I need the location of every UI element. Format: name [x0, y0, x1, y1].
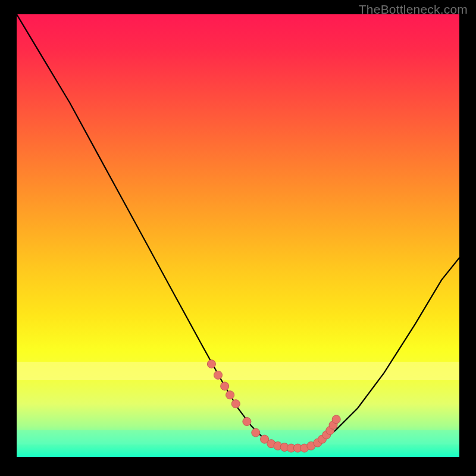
- marker-dot: [293, 444, 302, 452]
- highlight-band-green: [17, 430, 459, 444]
- marker-dot: [287, 444, 295, 452]
- curve-overlay: [17, 14, 459, 457]
- marker-dot: [226, 391, 234, 399]
- bottleneck-curve: [17, 14, 459, 448]
- marker-dot: [231, 400, 240, 408]
- chart-plot-area: [17, 14, 459, 457]
- watermark-text: TheBottleneck.com: [359, 2, 468, 17]
- marker-dot: [332, 415, 340, 424]
- marker-dot: [243, 418, 251, 426]
- marker-dot: [300, 444, 309, 452]
- marker-dot: [221, 382, 229, 390]
- marker-dot: [329, 421, 337, 429]
- highlight-band-yellow: [17, 362, 459, 380]
